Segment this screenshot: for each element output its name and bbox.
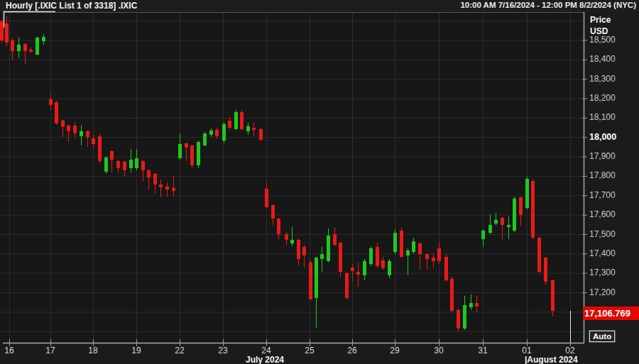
candle-body-down bbox=[116, 161, 120, 168]
day-label-26: 26 bbox=[342, 346, 363, 355]
candle-body-down bbox=[531, 181, 535, 238]
candle-body-up bbox=[494, 220, 498, 224]
day-label-30: 30 bbox=[428, 346, 449, 355]
candle-body-up bbox=[363, 261, 366, 275]
candle-body-up bbox=[525, 179, 529, 208]
candle-body-down bbox=[147, 170, 151, 177]
price-chart-canvas[interactable] bbox=[0, 0, 639, 364]
price-tick-18000: 18,000 bbox=[589, 132, 616, 142]
candle-body-down bbox=[265, 189, 268, 207]
candle-body-up bbox=[178, 144, 182, 158]
candle-body-up bbox=[412, 241, 415, 252]
price-axis-title: Price bbox=[590, 15, 611, 25]
candle-body-down bbox=[185, 143, 188, 148]
day-label-29: 29 bbox=[384, 346, 405, 355]
candle-body-up bbox=[209, 131, 213, 135]
candle-body-down bbox=[61, 121, 65, 127]
price-tick-18300: 18,300 bbox=[589, 74, 616, 84]
candle-body-up bbox=[17, 45, 21, 51]
candle-body-down bbox=[271, 205, 275, 219]
candle-body-down bbox=[277, 219, 280, 234]
candle-body-up bbox=[406, 250, 410, 255]
candle-body-down bbox=[501, 218, 504, 225]
candle-body-down bbox=[297, 240, 300, 259]
candle-body-down bbox=[240, 112, 244, 129]
candle-body-up bbox=[246, 126, 250, 131]
candle-body-down bbox=[159, 184, 163, 187]
candle-body-up bbox=[222, 124, 226, 140]
day-label-24: 24 bbox=[256, 346, 277, 355]
candle-body-down bbox=[110, 151, 114, 160]
candle-body-up bbox=[488, 225, 492, 233]
candle-body-down bbox=[92, 138, 95, 144]
candle-body-up bbox=[80, 131, 83, 136]
price-tick-17700: 17,700 bbox=[589, 190, 616, 200]
candle-body-down bbox=[285, 234, 288, 240]
candle-body-down bbox=[351, 268, 354, 271]
candle-body-down bbox=[519, 197, 523, 215]
candle-body-down bbox=[228, 121, 231, 128]
candle-body-down bbox=[356, 272, 360, 275]
day-label-19: 19 bbox=[126, 346, 147, 355]
chart-window: Hourly [.IXIC List 1 of 3318] .IXIC 10:0… bbox=[0, 0, 639, 364]
candle-body-down bbox=[544, 258, 547, 282]
candle-body-up bbox=[388, 261, 391, 275]
candle-body-down bbox=[339, 243, 342, 272]
candle-body-down bbox=[141, 161, 145, 170]
candle-body-down bbox=[450, 279, 454, 311]
candle-body-up bbox=[42, 37, 45, 41]
candle-body-up bbox=[507, 225, 510, 227]
day-label-22: 22 bbox=[169, 346, 190, 355]
price-tick-17800: 17,800 bbox=[589, 170, 616, 180]
candle-body-up bbox=[104, 158, 108, 172]
candle-body-down bbox=[165, 187, 169, 189]
candle-body-up bbox=[463, 305, 466, 329]
price-tick-17600: 17,600 bbox=[589, 209, 616, 219]
candle-body-up bbox=[197, 142, 200, 165]
candle-body-up bbox=[129, 160, 133, 168]
candle-body-up bbox=[327, 236, 330, 261]
candle-body-down bbox=[67, 126, 70, 131]
day-label-25: 25 bbox=[299, 346, 320, 355]
candle-body-up bbox=[36, 38, 39, 55]
candle-body-up bbox=[469, 303, 473, 307]
candle-body-down bbox=[11, 40, 14, 51]
candle-body-up bbox=[369, 248, 373, 264]
candle-body-up bbox=[481, 231, 485, 239]
price-tick-17300: 17,300 bbox=[589, 268, 616, 277]
day-label-23: 23 bbox=[212, 346, 234, 355]
candle-body-down bbox=[23, 44, 27, 51]
candle-body-down bbox=[73, 126, 77, 133]
candle-body-down bbox=[400, 231, 403, 257]
candle-body-down bbox=[425, 254, 429, 259]
candle-body-down bbox=[309, 263, 312, 299]
candle-body-down bbox=[345, 273, 349, 298]
candle-body-up bbox=[315, 258, 318, 298]
candle-body-down bbox=[437, 248, 441, 261]
price-tick-17400: 17,400 bbox=[589, 248, 616, 258]
candle-body-down bbox=[172, 188, 175, 191]
candle-body-up bbox=[135, 158, 138, 168]
month-label-august: |August 2024 bbox=[525, 355, 578, 364]
price-tick-18400: 18,400 bbox=[589, 54, 616, 64]
candle-body-up bbox=[320, 254, 324, 259]
candle-body-down bbox=[302, 247, 306, 255]
candle-body-down bbox=[537, 238, 541, 272]
candle-body-down bbox=[49, 99, 53, 105]
price-tick-18500: 18,500 bbox=[589, 35, 616, 45]
candle-body-up bbox=[290, 240, 294, 243]
candle-body-down bbox=[333, 234, 337, 245]
candle-body-down bbox=[444, 257, 448, 280]
candle-body-down bbox=[381, 260, 385, 268]
candle-body-down bbox=[475, 303, 479, 307]
candle-body-down bbox=[457, 310, 460, 329]
day-label-31: 31 bbox=[472, 346, 493, 355]
price-tick-17900: 17,900 bbox=[589, 151, 616, 161]
candle-body-down bbox=[29, 50, 33, 52]
candle-body-down bbox=[215, 130, 219, 136]
candle-body-down bbox=[190, 145, 194, 165]
candle-body-up bbox=[513, 199, 516, 231]
auto-scale-button[interactable]: Auto bbox=[589, 331, 615, 342]
price-tick-17200: 17,200 bbox=[589, 287, 616, 297]
day-label-17: 17 bbox=[40, 346, 61, 355]
